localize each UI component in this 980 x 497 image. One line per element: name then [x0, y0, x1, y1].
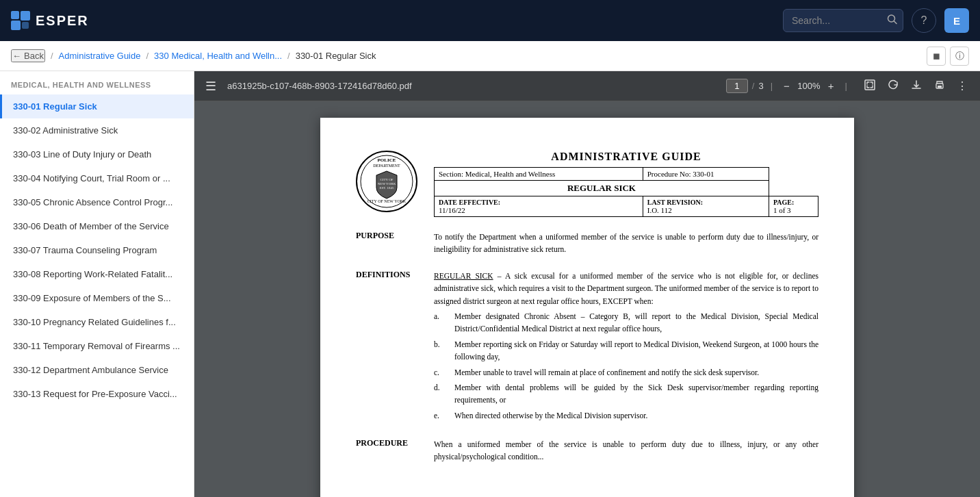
definitions-intro: REGULAR SICK – A sick excusal for a unif… — [434, 272, 818, 305]
pdf-procedure-section: PROCEDURE When a uniformed member of the… — [356, 438, 818, 463]
bookmark-icon: ◼ — [933, 51, 940, 61]
sidebar-item-330-06[interactable]: 330-06 Death of Member of the Service — [0, 214, 194, 238]
breadcrumb-link-1[interactable]: Administrative Guide — [59, 51, 141, 61]
list-text-c: Member unable to travel will remain at p… — [454, 366, 818, 379]
pdf-divider-1: | — [771, 81, 773, 91]
svg-text:POLICE: POLICE — [378, 157, 396, 163]
pdf-page: POLICE DEPARTMENT CITY OF NEW YORK EST. … — [320, 118, 854, 497]
definitions-content: REGULAR SICK – A sick excusal for a unif… — [434, 270, 818, 424]
search-container — [783, 9, 903, 32]
breadcrumb-link-2[interactable]: 330 Medical, Health and Welln... — [154, 51, 282, 61]
rotate-icon — [887, 79, 899, 91]
user-avatar[interactable]: E — [944, 8, 969, 33]
download-icon — [910, 79, 923, 91]
app-logo: ESPER — [11, 11, 89, 30]
info-icon: ⓘ — [955, 50, 964, 62]
procedure-label: Procedure No: — [647, 170, 691, 178]
page-value: 1 of 3 — [773, 206, 814, 214]
sidebar-item-330-02[interactable]: 330-02 Administrative Sick — [0, 118, 194, 142]
sidebar-item-330-08[interactable]: 330-08 Reporting Work-Related Fatalit... — [0, 262, 194, 286]
pdf-rotate-button[interactable] — [883, 76, 903, 97]
esper-logo-icon — [11, 11, 30, 30]
pdf-download-button[interactable] — [906, 76, 927, 97]
list-key-a: a. — [434, 310, 446, 335]
back-button[interactable]: ← Back — [11, 49, 45, 62]
pdf-filename: a631925b-c107-468b-8903-172416d78d60.pdf — [227, 81, 412, 91]
pdf-meta-table: Section: Medical, Health and Wellness Pr… — [434, 167, 818, 217]
list-text-e: When directed otherwise by the Medical D… — [454, 409, 818, 422]
breadcrumb-sep-3: / — [287, 51, 290, 61]
sidebar-item-330-12[interactable]: 330-12 Department Ambulance Service — [0, 358, 194, 382]
svg-rect-2 — [11, 21, 21, 30]
pdf-doc-title: ADMINISTRATIVE GUIDE — [434, 151, 818, 163]
list-item: b. Member reporting sick on Friday or Sa… — [434, 338, 818, 364]
sidebar-item-330-09[interactable]: 330-09 Exposure of Members of the S... — [0, 286, 194, 310]
info-button[interactable]: ⓘ — [950, 47, 969, 66]
pdf-print-button[interactable] — [929, 76, 950, 97]
pdf-zoom-out-button[interactable]: − — [779, 77, 794, 94]
breadcrumb-current: 330-01 Regular Sick — [296, 51, 376, 61]
sidebar-item-330-01[interactable]: 330-01 Regular Sick — [0, 94, 194, 118]
pdf-zoom-value: 100% — [797, 81, 821, 91]
purpose-text: To notify the Department when a uniforme… — [434, 231, 818, 256]
sidebar-item-330-04[interactable]: 330-04 Notifying Court, Trial Room or ..… — [0, 166, 194, 190]
print-icon — [933, 79, 946, 91]
list-item: d. Member with dental problems will be g… — [434, 381, 818, 407]
pdf-doc-header: POLICE DEPARTMENT CITY OF NEW YORK EST. … — [356, 151, 818, 217]
list-key-e: e. — [434, 409, 446, 422]
section-value: Medical, Health and Wellness — [465, 170, 555, 178]
date-effective-value: 11/16/22 — [439, 206, 639, 214]
list-key-b: b. — [434, 338, 446, 364]
pdf-content[interactable]: POLICE DEPARTMENT CITY OF NEW YORK EST. … — [194, 101, 980, 497]
list-item: c. Member unable to travel will remain a… — [434, 366, 818, 379]
svg-rect-0 — [11, 11, 19, 19]
pdf-zoom-in-button[interactable]: + — [824, 77, 838, 94]
sidebar-item-330-05[interactable]: 330-05 Chronic Absence Control Progr... — [0, 190, 194, 214]
help-button[interactable]: ? — [912, 8, 936, 33]
pdf-purpose-section: PURPOSE To notify the Department when a … — [356, 231, 818, 256]
sidebar: MEDICAL, HEALTH AND WELLNESS 330-01 Regu… — [0, 71, 194, 497]
section-label: Section: — [439, 170, 463, 178]
pdf-page-sep: / — [752, 81, 755, 91]
breadcrumb: ← Back / Administrative Guide / 330 Medi… — [0, 41, 980, 71]
list-text-d: Member with dental problems will be guid… — [454, 381, 818, 407]
pdf-fit-page-button[interactable] — [860, 76, 880, 97]
pdf-zoom-controls: − 100% + — [779, 77, 838, 94]
pdf-more-button[interactable]: ⋮ — [953, 77, 972, 95]
pdf-menu-button[interactable]: ☰ — [203, 76, 219, 97]
list-item: a. Member designated Chronic Absent – Ca… — [434, 310, 818, 335]
pdf-divider-2: | — [845, 81, 847, 91]
svg-rect-6 — [865, 80, 875, 90]
pdf-header-right: ADMINISTRATIVE GUIDE Section: Medical, H… — [434, 151, 818, 217]
svg-text:CITY OF: CITY OF — [380, 178, 393, 181]
nypd-seal: POLICE DEPARTMENT CITY OF NEW YORK EST. … — [356, 151, 417, 212]
sidebar-item-330-11[interactable]: 330-11 Temporary Removal of Firearms ... — [0, 334, 194, 358]
list-key-c: c. — [434, 366, 446, 379]
sidebar-item-330-07[interactable]: 330-07 Trauma Counseling Program — [0, 238, 194, 262]
svg-rect-8 — [938, 86, 942, 88]
search-submit-button[interactable] — [887, 14, 898, 27]
procedure-text: When a uniformed member of the service i… — [434, 438, 818, 463]
last-revision-label: LAST REVISION: — [647, 199, 764, 206]
sidebar-item-330-03[interactable]: 330-03 Line of Duty Injury or Death — [0, 142, 194, 166]
definitions-list: a. Member designated Chronic Absent – Ca… — [434, 310, 818, 422]
search-icon — [887, 14, 898, 25]
pdf-toolbar: ☰ a631925b-c107-468b-8903-172416d78d60.p… — [194, 71, 980, 101]
svg-rect-1 — [21, 11, 30, 21]
last-revision-value: I.O. 112 — [647, 206, 764, 214]
sidebar-item-330-10[interactable]: 330-10 Pregnancy Related Guidelines f... — [0, 310, 194, 334]
pdf-page-controls: / 3 — [726, 79, 764, 93]
back-arrow-icon: ← — [12, 51, 21, 61]
date-effective-label: DATE EFFECTIVE: — [439, 199, 639, 206]
main-layout: MEDICAL, HEALTH AND WELLNESS 330-01 Regu… — [0, 71, 980, 497]
svg-text:DEPARTMENT: DEPARTMENT — [373, 164, 400, 168]
bookmark-button[interactable]: ◼ — [927, 47, 946, 66]
list-item: e. When directed otherwise by the Medica… — [434, 409, 818, 422]
sidebar-item-330-13[interactable]: 330-13 Request for Pre-Exposure Vacci... — [0, 382, 194, 406]
app-name: ESPER — [36, 13, 89, 29]
procedure-value: 330-01 — [693, 170, 714, 178]
pdf-page-input[interactable] — [726, 79, 748, 93]
pdf-subject: REGULAR SICK — [435, 181, 769, 196]
pdf-viewer: ☰ a631925b-c107-468b-8903-172416d78d60.p… — [194, 71, 980, 497]
search-input[interactable] — [783, 9, 903, 32]
